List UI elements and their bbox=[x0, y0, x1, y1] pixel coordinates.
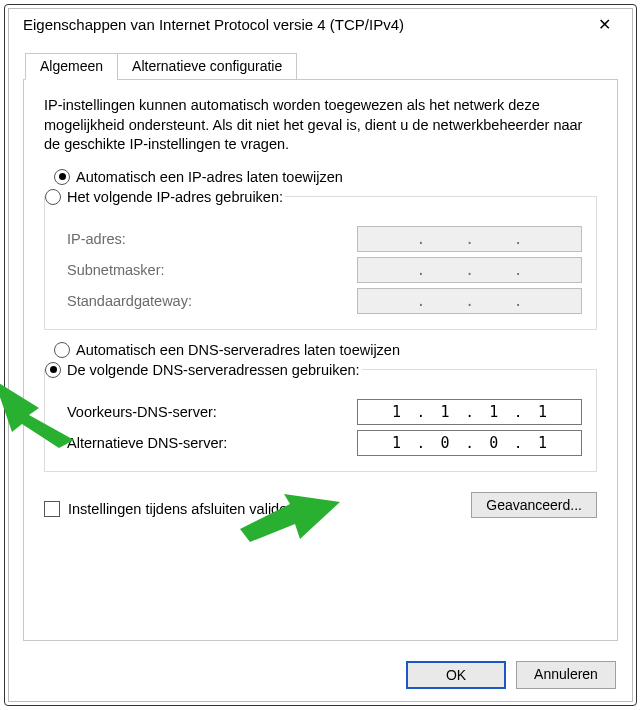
input-default-gateway: ... bbox=[357, 288, 582, 314]
radio-dns-auto[interactable] bbox=[54, 342, 70, 358]
window-title: Eigenschappen van Internet Protocol vers… bbox=[23, 16, 404, 33]
checkbox-validate[interactable] bbox=[44, 501, 60, 517]
radio-ip-auto[interactable] bbox=[54, 169, 70, 185]
radio-ip-manual[interactable] bbox=[45, 189, 61, 205]
tab-bar: Algemeen Alternatieve configuratie bbox=[23, 53, 618, 80]
input-alternate-dns[interactable]: 1. 0. 0. 1 bbox=[357, 430, 582, 456]
close-icon[interactable]: ✕ bbox=[586, 15, 622, 34]
ok-button[interactable]: OK bbox=[406, 661, 506, 689]
checkbox-validate-label: Instellingen tijdens afsluiten valideren bbox=[68, 501, 308, 517]
dialog-window: Eigenschappen van Internet Protocol vers… bbox=[8, 8, 633, 702]
radio-ip-manual-label: Het volgende IP-adres gebruiken: bbox=[67, 189, 283, 205]
input-ip-address: ... bbox=[357, 226, 582, 252]
radio-dns-manual[interactable] bbox=[45, 362, 61, 378]
label-preferred-dns: Voorkeurs-DNS-server: bbox=[67, 404, 217, 420]
cancel-button[interactable]: Annuleren bbox=[516, 661, 616, 689]
radio-dns-auto-label: Automatisch een DNS-serveradres laten to… bbox=[76, 342, 400, 358]
titlebar: Eigenschappen van Internet Protocol vers… bbox=[9, 9, 632, 40]
label-ip-address: IP-adres: bbox=[67, 231, 126, 247]
group-dns-manual: De volgende DNS-serveradressen gebruiken… bbox=[44, 362, 597, 472]
label-subnet-mask: Subnetmasker: bbox=[67, 262, 165, 278]
tab-content: IP-instellingen kunnen automatisch worde… bbox=[23, 79, 618, 641]
radio-ip-auto-label: Automatisch een IP-adres laten toewijzen bbox=[76, 169, 343, 185]
advanced-button[interactable]: Geavanceerd... bbox=[471, 492, 597, 518]
radio-dns-manual-label: De volgende DNS-serveradressen gebruiken… bbox=[67, 362, 360, 378]
dialog-footer: OK Annuleren bbox=[9, 651, 632, 701]
description-text: IP-instellingen kunnen automatisch worde… bbox=[44, 96, 597, 155]
label-alternate-dns: Alternatieve DNS-server: bbox=[67, 435, 227, 451]
tab-general[interactable]: Algemeen bbox=[25, 53, 118, 80]
group-ip-manual: Het volgende IP-adres gebruiken: IP-adre… bbox=[44, 189, 597, 330]
label-default-gateway: Standaardgateway: bbox=[67, 293, 192, 309]
input-preferred-dns[interactable]: 1. 1. 1. 1 bbox=[357, 399, 582, 425]
input-subnet-mask: ... bbox=[357, 257, 582, 283]
tab-alternative[interactable]: Alternatieve configuratie bbox=[117, 53, 297, 80]
